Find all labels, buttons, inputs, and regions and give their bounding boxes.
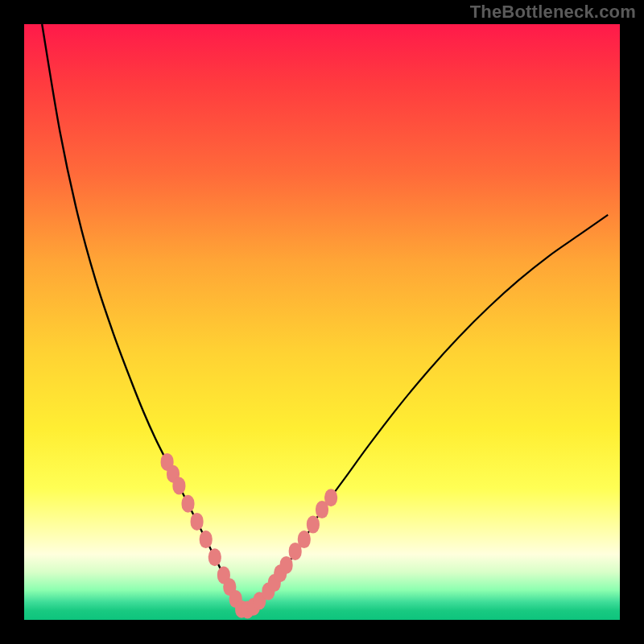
chart-svg (24, 24, 620, 620)
curve-left-branch (42, 24, 242, 611)
marker-dot (172, 477, 185, 495)
plot-area (24, 24, 620, 620)
marker-dot (191, 513, 204, 530)
marker-dot (307, 516, 320, 534)
marker-dot (280, 556, 293, 574)
marker-dot (208, 548, 221, 566)
marker-dot (298, 530, 311, 548)
marker-dot (200, 530, 213, 548)
chart-frame: TheBottleneck.com (0, 0, 644, 644)
marker-dot (182, 495, 195, 513)
curve-group (42, 24, 608, 611)
marker-dot (324, 489, 337, 506)
marker-group (161, 453, 338, 619)
watermark-text: TheBottleneck.com (470, 2, 636, 23)
